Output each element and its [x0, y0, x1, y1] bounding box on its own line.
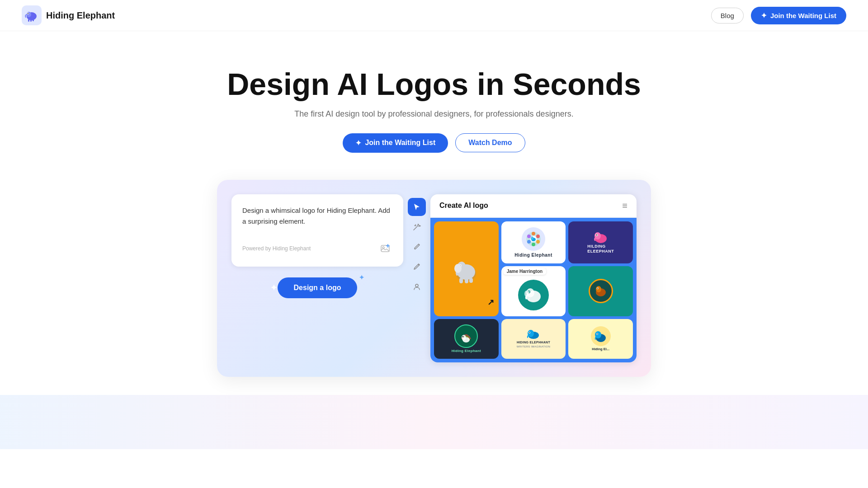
hiding-elephant-green-label: Hiding Elephant	[452, 349, 481, 353]
toolbar-wand-button[interactable]	[408, 218, 426, 236]
right-panel-header: Create AI logo ≡	[430, 194, 637, 218]
user-tooltip: Jame Harrington	[503, 268, 546, 275]
blog-button[interactable]: Blog	[711, 8, 744, 23]
left-panel: Design a whimsical logo for Hiding Eleph…	[231, 194, 403, 362]
svg-rect-20	[465, 278, 468, 283]
teal-circle-border	[589, 279, 613, 303]
menu-icon[interactable]: ≡	[622, 201, 627, 211]
rainbow-logo-content: Hiding Elephant	[452, 324, 481, 353]
svg-point-57	[597, 333, 598, 334]
teal-elephant-small-svg	[592, 282, 609, 300]
text-logo-content: HIDING ELEPHHANTWRITERS IMAGINATION	[515, 327, 552, 350]
svg-point-28	[527, 235, 531, 238]
flower-elephant-svg	[524, 230, 542, 248]
svg-rect-5	[28, 19, 29, 22]
svg-point-31	[531, 236, 533, 239]
svg-point-2	[27, 12, 31, 17]
right-panel: Create AI logo ≡	[430, 194, 637, 362]
logo-cell-partial[interactable]: Hiding El...	[568, 319, 633, 359]
cream-elephant-circle	[591, 326, 611, 346]
logo-icon	[22, 5, 42, 25]
svg-rect-21	[469, 278, 473, 283]
logo-cell-text-logo[interactable]: HIDING ELEPHHANTWRITERS IMAGINATION	[501, 319, 566, 359]
svg-point-46	[597, 288, 598, 289]
hilding-text: HILDINGELEEPHANT	[587, 244, 614, 254]
svg-rect-7	[33, 19, 34, 21]
logo-cell-user-tooltip[interactable]: Jame Harrington	[501, 266, 566, 316]
svg-point-48	[462, 335, 466, 340]
svg-point-51	[528, 330, 534, 337]
hero-demo-button[interactable]: Watch Demo	[455, 133, 525, 152]
logo-text: Hiding Elephant	[46, 10, 115, 21]
logo-cell-hiding-elephant[interactable]: Hiding Elephant	[501, 221, 566, 263]
hero-title: Design AI Logos in Seconds	[227, 67, 641, 101]
hero-cta-group: ✦ Join the Waiting List Watch Demo	[343, 133, 525, 153]
hero-section: Design AI Logos in Seconds The first AI …	[0, 31, 868, 171]
wand-icon-hero: ✦	[355, 139, 361, 147]
svg-point-33	[531, 237, 532, 238]
toolbar-user-button[interactable]	[408, 277, 426, 296]
logo-circle-flower	[522, 227, 545, 251]
rainbow-elephant-svg	[458, 328, 474, 344]
prompt-footer: Powered by Hiding Elephant	[242, 241, 392, 256]
hilding-logo-content: HILDINGELEEPHANT	[584, 227, 618, 258]
svg-rect-19	[459, 278, 463, 283]
hiding-elephant-label: Hiding Elephant	[514, 253, 552, 258]
logo-container: Hiding Elephant	[22, 5, 115, 25]
partial-logo-content: Hiding El...	[591, 326, 611, 351]
teal-elephant-circle	[518, 280, 549, 310]
prompt-text: Design a whimsical logo for Hiding Eleph…	[242, 205, 392, 227]
waitlist-nav-button[interactable]: ✦ Join the Waiting List	[751, 7, 846, 24]
svg-point-24	[536, 235, 540, 238]
logo-cell-rainbow[interactable]: Hiding Elephant	[434, 319, 499, 359]
powered-by-text: Powered by Hiding Elephant	[242, 245, 311, 252]
logo-cell-teal-circle[interactable]	[568, 266, 633, 316]
elephant-orange-svg	[446, 249, 486, 289]
svg-point-26	[532, 243, 535, 246]
bottom-glow	[0, 395, 868, 449]
cursor-icon: ↗	[487, 297, 494, 307]
svg-point-23	[532, 232, 535, 235]
design-button-container: ✦ Design a logo ✦	[231, 277, 403, 298]
svg-point-53	[529, 332, 530, 333]
sparkle-right-icon: ✦	[359, 274, 364, 281]
cream-elephant-svg	[594, 329, 608, 343]
nav-actions: Blog ✦ Join the Waiting List	[711, 7, 846, 24]
sparkle-left-icon: ✦	[270, 283, 277, 293]
design-logo-button[interactable]: ✦ Design a logo ✦	[278, 277, 358, 298]
mockup-wrapper: Design a whimsical logo for Hiding Eleph…	[0, 171, 868, 395]
wand-icon: ✦	[761, 11, 767, 20]
svg-point-4	[28, 13, 28, 14]
svg-point-18	[454, 264, 462, 273]
text-logo-icon	[524, 329, 542, 340]
rainbow-circle	[454, 324, 478, 348]
svg-point-44	[596, 286, 601, 292]
svg-point-11	[419, 244, 420, 245]
navbar: Hiding Elephant Blog ✦ Join the Waiting …	[0, 0, 868, 31]
svg-rect-6	[30, 19, 32, 22]
hero-waitlist-button[interactable]: ✦ Join the Waiting List	[343, 133, 448, 153]
svg-point-10	[415, 249, 415, 249]
toolbar-pencil-button[interactable]	[408, 258, 426, 276]
svg-point-49	[462, 336, 464, 338]
hiding-el-label: Hiding El...	[592, 347, 609, 351]
image-upload-icon[interactable]	[378, 241, 392, 256]
logo-cell-hilding[interactable]: HILDINGELEEPHANT	[568, 221, 633, 263]
svg-point-27	[527, 240, 531, 244]
panel-title: Create AI logo	[439, 202, 488, 210]
mockup-container: Design a whimsical logo for Hiding Eleph…	[217, 180, 651, 377]
toolbar-cursor-button[interactable]	[408, 198, 426, 216]
prompt-card: Design a whimsical logo for Hiding Eleph…	[231, 194, 403, 267]
svg-point-25	[536, 240, 540, 244]
hiding-text-label: HIDING ELEPHHANTWRITERS IMAGINATION	[517, 341, 550, 348]
svg-point-42	[524, 291, 529, 297]
center-toolbar	[403, 194, 430, 362]
teal-elephant-svg	[522, 284, 545, 306]
text-logo-svg	[526, 330, 541, 339]
svg-point-37	[596, 235, 597, 235]
hilding-elephant-svg	[592, 230, 610, 243]
toolbar-pen-button[interactable]	[408, 238, 426, 256]
svg-point-12	[415, 284, 418, 287]
logo-cell-elephant-orange[interactable]: ↗	[434, 221, 499, 316]
logo-grid: ↗	[430, 218, 637, 362]
